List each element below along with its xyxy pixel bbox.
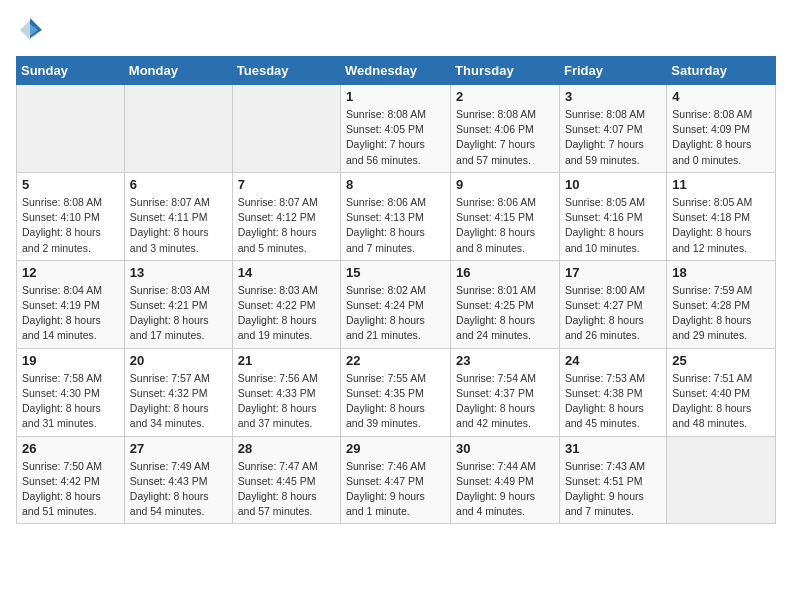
calendar-cell: 13Sunrise: 8:03 AMSunset: 4:21 PMDayligh… xyxy=(124,260,232,348)
calendar-cell: 7Sunrise: 8:07 AMSunset: 4:12 PMDaylight… xyxy=(232,172,340,260)
day-info: Sunrise: 8:06 AMSunset: 4:13 PMDaylight:… xyxy=(346,195,445,256)
calendar-week-row: 19Sunrise: 7:58 AMSunset: 4:30 PMDayligh… xyxy=(17,348,776,436)
weekday-header: Monday xyxy=(124,57,232,85)
day-number: 4 xyxy=(672,89,770,104)
day-number: 17 xyxy=(565,265,661,280)
calendar-week-row: 5Sunrise: 8:08 AMSunset: 4:10 PMDaylight… xyxy=(17,172,776,260)
day-info: Sunrise: 7:54 AMSunset: 4:37 PMDaylight:… xyxy=(456,371,554,432)
day-info: Sunrise: 8:07 AMSunset: 4:12 PMDaylight:… xyxy=(238,195,335,256)
day-number: 22 xyxy=(346,353,445,368)
day-info: Sunrise: 7:59 AMSunset: 4:28 PMDaylight:… xyxy=(672,283,770,344)
day-number: 29 xyxy=(346,441,445,456)
day-number: 11 xyxy=(672,177,770,192)
logo-icon xyxy=(16,16,44,44)
day-number: 14 xyxy=(238,265,335,280)
day-number: 15 xyxy=(346,265,445,280)
calendar-cell: 21Sunrise: 7:56 AMSunset: 4:33 PMDayligh… xyxy=(232,348,340,436)
calendar-cell: 14Sunrise: 8:03 AMSunset: 4:22 PMDayligh… xyxy=(232,260,340,348)
calendar-cell: 28Sunrise: 7:47 AMSunset: 4:45 PMDayligh… xyxy=(232,436,340,524)
day-info: Sunrise: 8:01 AMSunset: 4:25 PMDaylight:… xyxy=(456,283,554,344)
day-info: Sunrise: 8:00 AMSunset: 4:27 PMDaylight:… xyxy=(565,283,661,344)
day-info: Sunrise: 7:43 AMSunset: 4:51 PMDaylight:… xyxy=(565,459,661,520)
calendar-cell: 15Sunrise: 8:02 AMSunset: 4:24 PMDayligh… xyxy=(341,260,451,348)
day-info: Sunrise: 8:08 AMSunset: 4:06 PMDaylight:… xyxy=(456,107,554,168)
calendar-cell: 12Sunrise: 8:04 AMSunset: 4:19 PMDayligh… xyxy=(17,260,125,348)
day-info: Sunrise: 8:06 AMSunset: 4:15 PMDaylight:… xyxy=(456,195,554,256)
header-row: SundayMondayTuesdayWednesdayThursdayFrid… xyxy=(17,57,776,85)
day-info: Sunrise: 7:47 AMSunset: 4:45 PMDaylight:… xyxy=(238,459,335,520)
day-number: 6 xyxy=(130,177,227,192)
weekday-header: Tuesday xyxy=(232,57,340,85)
calendar-cell xyxy=(124,85,232,173)
calendar-cell: 26Sunrise: 7:50 AMSunset: 4:42 PMDayligh… xyxy=(17,436,125,524)
calendar-cell: 30Sunrise: 7:44 AMSunset: 4:49 PMDayligh… xyxy=(451,436,560,524)
day-number: 10 xyxy=(565,177,661,192)
weekday-header: Thursday xyxy=(451,57,560,85)
calendar-cell: 17Sunrise: 8:00 AMSunset: 4:27 PMDayligh… xyxy=(559,260,666,348)
calendar-cell: 20Sunrise: 7:57 AMSunset: 4:32 PMDayligh… xyxy=(124,348,232,436)
day-number: 26 xyxy=(22,441,119,456)
weekday-header: Saturday xyxy=(667,57,776,85)
day-number: 31 xyxy=(565,441,661,456)
day-number: 9 xyxy=(456,177,554,192)
day-number: 19 xyxy=(22,353,119,368)
day-info: Sunrise: 8:08 AMSunset: 4:10 PMDaylight:… xyxy=(22,195,119,256)
day-info: Sunrise: 8:04 AMSunset: 4:19 PMDaylight:… xyxy=(22,283,119,344)
day-info: Sunrise: 7:57 AMSunset: 4:32 PMDaylight:… xyxy=(130,371,227,432)
day-number: 30 xyxy=(456,441,554,456)
calendar-cell: 10Sunrise: 8:05 AMSunset: 4:16 PMDayligh… xyxy=(559,172,666,260)
calendar-cell: 6Sunrise: 8:07 AMSunset: 4:11 PMDaylight… xyxy=(124,172,232,260)
calendar-cell: 27Sunrise: 7:49 AMSunset: 4:43 PMDayligh… xyxy=(124,436,232,524)
day-info: Sunrise: 8:08 AMSunset: 4:07 PMDaylight:… xyxy=(565,107,661,168)
calendar-cell: 5Sunrise: 8:08 AMSunset: 4:10 PMDaylight… xyxy=(17,172,125,260)
day-info: Sunrise: 7:46 AMSunset: 4:47 PMDaylight:… xyxy=(346,459,445,520)
day-number: 13 xyxy=(130,265,227,280)
calendar-cell: 22Sunrise: 7:55 AMSunset: 4:35 PMDayligh… xyxy=(341,348,451,436)
calendar-cell xyxy=(667,436,776,524)
day-info: Sunrise: 7:58 AMSunset: 4:30 PMDaylight:… xyxy=(22,371,119,432)
day-info: Sunrise: 8:08 AMSunset: 4:09 PMDaylight:… xyxy=(672,107,770,168)
calendar-cell: 9Sunrise: 8:06 AMSunset: 4:15 PMDaylight… xyxy=(451,172,560,260)
day-info: Sunrise: 8:07 AMSunset: 4:11 PMDaylight:… xyxy=(130,195,227,256)
logo xyxy=(16,16,48,44)
calendar-body: 1Sunrise: 8:08 AMSunset: 4:05 PMDaylight… xyxy=(17,85,776,524)
calendar-cell xyxy=(232,85,340,173)
day-number: 18 xyxy=(672,265,770,280)
calendar-cell: 8Sunrise: 8:06 AMSunset: 4:13 PMDaylight… xyxy=(341,172,451,260)
calendar-header: SundayMondayTuesdayWednesdayThursdayFrid… xyxy=(17,57,776,85)
day-info: Sunrise: 7:51 AMSunset: 4:40 PMDaylight:… xyxy=(672,371,770,432)
day-number: 5 xyxy=(22,177,119,192)
day-number: 2 xyxy=(456,89,554,104)
page-header xyxy=(16,16,776,44)
calendar-cell: 4Sunrise: 8:08 AMSunset: 4:09 PMDaylight… xyxy=(667,85,776,173)
day-info: Sunrise: 7:55 AMSunset: 4:35 PMDaylight:… xyxy=(346,371,445,432)
day-info: Sunrise: 8:03 AMSunset: 4:21 PMDaylight:… xyxy=(130,283,227,344)
day-number: 3 xyxy=(565,89,661,104)
day-info: Sunrise: 7:49 AMSunset: 4:43 PMDaylight:… xyxy=(130,459,227,520)
calendar-cell: 24Sunrise: 7:53 AMSunset: 4:38 PMDayligh… xyxy=(559,348,666,436)
calendar-week-row: 1Sunrise: 8:08 AMSunset: 4:05 PMDaylight… xyxy=(17,85,776,173)
calendar-cell: 31Sunrise: 7:43 AMSunset: 4:51 PMDayligh… xyxy=(559,436,666,524)
day-info: Sunrise: 8:05 AMSunset: 4:16 PMDaylight:… xyxy=(565,195,661,256)
calendar-cell: 19Sunrise: 7:58 AMSunset: 4:30 PMDayligh… xyxy=(17,348,125,436)
day-info: Sunrise: 7:44 AMSunset: 4:49 PMDaylight:… xyxy=(456,459,554,520)
day-number: 1 xyxy=(346,89,445,104)
calendar-week-row: 26Sunrise: 7:50 AMSunset: 4:42 PMDayligh… xyxy=(17,436,776,524)
day-number: 27 xyxy=(130,441,227,456)
calendar-table: SundayMondayTuesdayWednesdayThursdayFrid… xyxy=(16,56,776,524)
day-info: Sunrise: 8:08 AMSunset: 4:05 PMDaylight:… xyxy=(346,107,445,168)
calendar-cell: 29Sunrise: 7:46 AMSunset: 4:47 PMDayligh… xyxy=(341,436,451,524)
day-info: Sunrise: 8:05 AMSunset: 4:18 PMDaylight:… xyxy=(672,195,770,256)
day-number: 24 xyxy=(565,353,661,368)
day-info: Sunrise: 7:50 AMSunset: 4:42 PMDaylight:… xyxy=(22,459,119,520)
weekday-header: Sunday xyxy=(17,57,125,85)
day-number: 12 xyxy=(22,265,119,280)
day-info: Sunrise: 8:03 AMSunset: 4:22 PMDaylight:… xyxy=(238,283,335,344)
calendar-cell: 3Sunrise: 8:08 AMSunset: 4:07 PMDaylight… xyxy=(559,85,666,173)
day-number: 16 xyxy=(456,265,554,280)
day-info: Sunrise: 7:53 AMSunset: 4:38 PMDaylight:… xyxy=(565,371,661,432)
day-number: 25 xyxy=(672,353,770,368)
weekday-header: Friday xyxy=(559,57,666,85)
calendar-cell: 23Sunrise: 7:54 AMSunset: 4:37 PMDayligh… xyxy=(451,348,560,436)
day-number: 7 xyxy=(238,177,335,192)
